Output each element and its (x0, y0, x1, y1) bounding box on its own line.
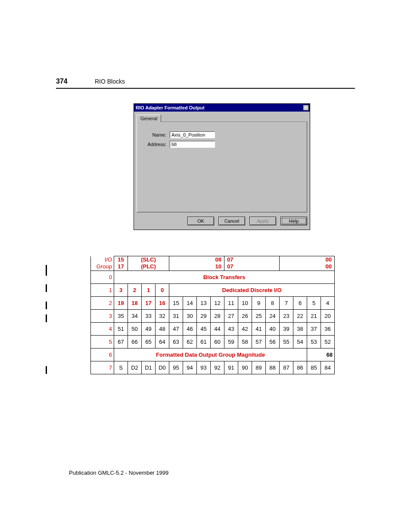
r7c0: 95 (169, 361, 183, 374)
r7l3: D0 (156, 361, 169, 374)
r3c8: 23 (280, 309, 293, 322)
r2c10: 5 (307, 296, 321, 309)
r2c1: 14 (183, 296, 197, 309)
hdr-07a: 07 (227, 256, 277, 263)
page-header: 374 RIO Blocks (56, 78, 355, 89)
tab-general[interactable]: General (137, 115, 161, 122)
change-bar (46, 302, 47, 309)
page-number: 374 (56, 78, 95, 85)
r4c2: 45 (197, 322, 211, 335)
change-bar (46, 314, 47, 322)
r3l3: 32 (156, 309, 169, 322)
r2l2: 17 (142, 296, 156, 309)
r5l3: 64 (156, 335, 169, 348)
row-6-value: 68 (307, 348, 335, 361)
r4c4: 43 (224, 322, 238, 335)
r7l2: D1 (142, 361, 156, 374)
r3c0: 31 (169, 309, 183, 322)
row-1-text: Dedicated Discrete I/O (169, 283, 335, 296)
row-2-label: 2 (91, 296, 114, 309)
row-0-label: 0 (91, 271, 114, 283)
r5c0: 63 (169, 335, 183, 348)
r4c0: 47 (169, 322, 183, 335)
hdr-07b: 07 (227, 263, 277, 270)
r3c3: 28 (211, 309, 224, 322)
r5c4: 59 (224, 335, 238, 348)
ok-button[interactable]: OK (187, 217, 214, 225)
r7c8: 87 (280, 361, 293, 374)
r7c9: 86 (293, 361, 307, 374)
r7c3: 92 (211, 361, 224, 374)
r5c10: 53 (307, 335, 321, 348)
r2l1: 18 (128, 296, 142, 309)
r4l0: 51 (114, 322, 128, 335)
r7c4: 91 (224, 361, 238, 374)
r4l1: 50 (128, 322, 142, 335)
r1-3: 3 (114, 283, 128, 296)
hdr-08: 08 (171, 256, 221, 263)
name-input[interactable] (170, 131, 215, 138)
apply-button[interactable]: Apply (249, 217, 276, 225)
r5c7: 56 (266, 335, 280, 348)
help-button[interactable]: Help (280, 217, 307, 225)
r3c10: 21 (307, 309, 321, 322)
r3c4: 27 (224, 309, 238, 322)
row-3-label: 3 (91, 309, 114, 322)
io-table: I/O Group 15 17 (SLC) (PLC) 08 10 (90, 256, 335, 374)
r4c6: 41 (252, 322, 266, 335)
r2c3: 12 (211, 296, 224, 309)
r5c6: 57 (252, 335, 266, 348)
r2c8: 7 (280, 296, 293, 309)
r3l1: 34 (128, 309, 142, 322)
address-input[interactable] (170, 141, 215, 148)
r3c1: 30 (183, 309, 197, 322)
r7c7: 88 (266, 361, 280, 374)
r7c11: 84 (321, 361, 335, 374)
row-0-text: Block Transfers (114, 271, 335, 283)
r5c9: 54 (293, 335, 307, 348)
change-bar (46, 366, 47, 374)
r4c8: 39 (280, 322, 293, 335)
r3l2: 33 (142, 309, 156, 322)
close-icon[interactable]: ✕ (303, 105, 309, 111)
r4c10: 37 (307, 322, 321, 335)
r4c9: 38 (293, 322, 307, 335)
hdr-plc: (PLC) (130, 263, 167, 270)
r1-2: 2 (128, 283, 142, 296)
r3c6: 25 (252, 309, 266, 322)
r7c1: 94 (183, 361, 197, 374)
page-title: RIO Blocks (95, 78, 125, 85)
dialog-title: RIO Adapter Formatted Output (136, 105, 205, 110)
cancel-button[interactable]: Cancel (218, 217, 245, 225)
r2c2: 13 (197, 296, 211, 309)
row-5-label: 5 (91, 335, 114, 348)
r4l2: 49 (142, 322, 156, 335)
r7c6: 89 (252, 361, 266, 374)
io-group-label-2: Group (93, 263, 112, 270)
r1-0: 0 (156, 283, 169, 296)
r5c8: 55 (280, 335, 293, 348)
r7c5: 90 (238, 361, 252, 374)
r5c3: 60 (211, 335, 224, 348)
r7l1: D2 (128, 361, 142, 374)
r2c9: 6 (293, 296, 307, 309)
row-4-label: 4 (91, 322, 114, 335)
r3c5: 26 (238, 309, 252, 322)
r4c5: 42 (238, 322, 252, 335)
r4c11: 36 (321, 322, 335, 335)
r5c11: 52 (321, 335, 335, 348)
r3c7: 24 (266, 309, 280, 322)
r3c2: 29 (197, 309, 211, 322)
r3c11: 20 (321, 309, 335, 322)
hdr-17: 17 (116, 263, 126, 270)
r4c1: 46 (183, 322, 197, 335)
r4l3: 48 (156, 322, 169, 335)
r5l1: 66 (128, 335, 142, 348)
r5l2: 65 (142, 335, 156, 348)
r5c1: 62 (183, 335, 197, 348)
r3l0: 35 (114, 309, 128, 322)
publication-line: Publication GMLC-5.2 - November 1999 (69, 470, 168, 476)
r4c3: 44 (211, 322, 224, 335)
r2c5: 10 (238, 296, 252, 309)
hdr-00a: 00 (281, 256, 332, 263)
